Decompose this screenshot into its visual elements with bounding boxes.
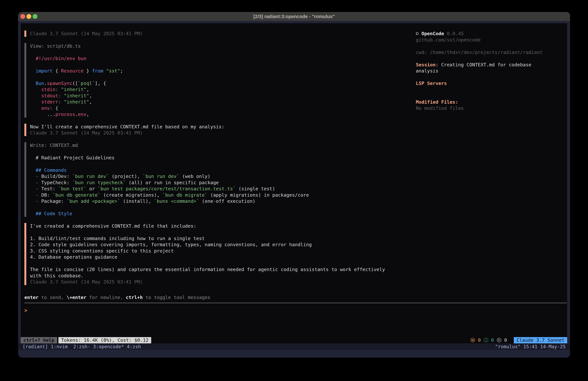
- terminal-line: [30, 260, 412, 267]
- terminal-line: Claude 3.7 Sonnet (14 May 2025 03:41 PM): [30, 279, 412, 285]
- terminal-line: - Test: `bun test` or `bun test packages…: [30, 186, 412, 192]
- chat-log: Claude 3.7 Sonnet (14 May 2025 03:41 PM)…: [24, 30, 412, 291]
- terminal-line: [30, 204, 412, 211]
- tmux-session-clock: "romulus" 15:41 14-May-25: [495, 343, 566, 350]
- terminal-line: # Radiant Project Guidelines: [30, 155, 412, 161]
- terminal-line: stdin: "inherit",: [30, 86, 412, 93]
- terminal-line: ## Commands: [30, 167, 412, 173]
- terminal-line: No modified files: [416, 105, 550, 112]
- titlebar: [2/3] radiant:3:opencode - "romulus": [18, 12, 570, 21]
- terminal-line: [416, 93, 550, 99]
- composer: enter to send, \+enter for newline, ctrl…: [24, 294, 567, 314]
- composer-divider: [24, 303, 567, 303]
- terminal-line: - Package: `bun add <package>` (install)…: [30, 198, 412, 204]
- terminal-line: Write: CONTEXT.md: [30, 142, 412, 149]
- info-panel: © OpenCode 0.0.45github.com/sst/opencode…: [416, 30, 550, 112]
- terminal-line: import { Resource } from "sst";: [30, 68, 412, 74]
- terminal-line: - Build/Dev: `bun run dev` (project), `b…: [30, 173, 412, 179]
- status-bar-right: ⓦ 0 ⓘ 0 ⓗ 0 Claude 3.7 Sonnet: [470, 337, 567, 343]
- terminal-line: stderr: "inherit",: [30, 99, 412, 105]
- terminal-line: stdout: "inherit",: [30, 93, 412, 99]
- terminal-content: Claude 3.7 Sonnet (14 May 2025 03:41 PM)…: [21, 23, 567, 343]
- prompt-caret: >: [24, 307, 27, 313]
- tool-output-block: View: script/db.ts #!/usr/bin/env bun im…: [24, 43, 412, 117]
- terminal-line: github.com/sst/opencode: [416, 37, 550, 43]
- terminal-line: [30, 229, 412, 235]
- terminal-line: [30, 161, 412, 167]
- tokens-cost-badge: Tokens: 16.4K (8%), Cost: $0.12: [58, 337, 151, 343]
- terminal-line: LSP Servers: [416, 80, 550, 87]
- terminal-line: [30, 148, 412, 155]
- terminal-line: [30, 74, 412, 80]
- terminal-line: ...process.env,: [30, 111, 412, 117]
- terminal-line: - DB: `bun db generate` (create migratio…: [30, 192, 412, 198]
- model-chip: Claude 3.7 Sonnet: [514, 337, 567, 343]
- terminal-line: I've created a comprehensive CONTEXT.md …: [30, 223, 412, 229]
- terminal-line: [30, 62, 412, 68]
- tool-output-block: Write: CONTEXT.md # Radiant Project Guid…: [24, 142, 412, 217]
- status-bar-left: ctrl+? help Tokens: 16.4K (8%), Cost: $0…: [21, 337, 151, 343]
- terminal-line: The file is concise (20 lines) and captu…: [30, 266, 412, 273]
- diagnostics-counters: ⓦ 0 ⓘ 0 ⓗ 0: [470, 337, 507, 343]
- tmux-window-list: [radiant] 1:nvim 2:zsh- 3:opencode* 4:zs…: [22, 343, 141, 350]
- terminal-line: Session: Creating CONTEXT.md for codebas…: [416, 62, 550, 74]
- terminal-line: env: {: [30, 105, 412, 112]
- terminal-line: - TypeCheck: `bun run typecheck` (all) o…: [30, 179, 412, 186]
- terminal-line: [416, 43, 550, 49]
- terminal-line: Claude 3.7 Sonnet (14 May 2025 03:41 PM): [30, 30, 412, 37]
- terminal-line: 4. Database operations guidance: [30, 254, 412, 260]
- terminal-line: #!/usr/bin/env bun: [30, 55, 412, 62]
- assistant-message: I've created a comprehensive CONTEXT.md …: [24, 223, 412, 285]
- terminal-line: 2. Code style guidelines covering import…: [30, 242, 412, 248]
- terminal-line: cwd: /home/thdxr/dev/projects/radiant/ra…: [416, 49, 550, 56]
- terminal-line: [416, 87, 550, 93]
- terminal-line: View: script/db.ts: [30, 43, 412, 49]
- window-title: [2/3] radiant:3:opencode - "romulus": [18, 12, 570, 21]
- prompt-input[interactable]: >: [24, 307, 567, 314]
- status-bar: ctrl+? help Tokens: 16.4K (8%), Cost: $0…: [21, 337, 567, 343]
- terminal-window: [2/3] radiant:3:opencode - "romulus" Cla…: [18, 12, 570, 358]
- help-keybind-badge: ctrl+? help: [21, 337, 57, 343]
- assistant-message: Now I'll create a comprehensive CONTEXT.…: [24, 124, 412, 136]
- keybind-hints: enter to send, \+enter for newline, ctrl…: [24, 294, 567, 301]
- terminal-line: 1. Build/lint/test commands including ho…: [30, 235, 412, 242]
- terminal-line: [416, 74, 550, 80]
- terminal-line: ## Code Style: [30, 210, 412, 217]
- terminal-line: with this codebase.: [30, 273, 412, 279]
- tmux-status-bar: [radiant] 1:nvim 2:zsh- 3:opencode* 4:zs…: [18, 343, 570, 350]
- terminal-line: [416, 55, 550, 62]
- terminal-line: [30, 49, 412, 55]
- desktop: [2/3] radiant:3:opencode - "romulus" Cla…: [0, 0, 588, 381]
- terminal-line: Bun.spawnSync([`psql`], {: [30, 80, 412, 87]
- terminal-line: 3. CSS styling conventions specific to t…: [30, 248, 412, 254]
- terminal-line: © OpenCode 0.0.45: [416, 30, 550, 37]
- terminal-line: Claude 3.7 Sonnet (14 May 2025 03:41 PM): [30, 130, 412, 136]
- terminal-line: Now I'll create a comprehensive CONTEXT.…: [30, 124, 412, 130]
- terminal-line: Modified Files:: [416, 99, 550, 105]
- assistant-message: Claude 3.7 Sonnet (14 May 2025 03:41 PM): [24, 30, 412, 37]
